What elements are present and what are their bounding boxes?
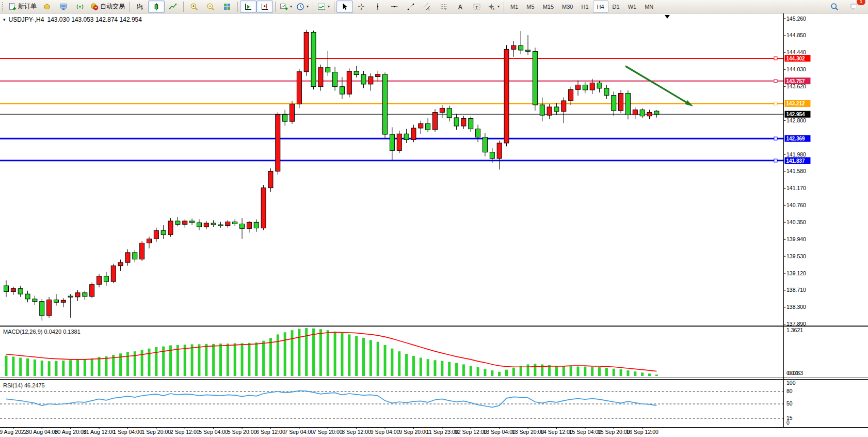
macd-axis-min-label: 0.00 [788,370,799,376]
tile-windows-button[interactable] [219,1,235,13]
zoom-out-button[interactable] [202,1,219,13]
macd-histogram-bar [441,361,443,376]
level-line-handle[interactable] [774,159,777,162]
timeframe-m15-button[interactable]: M15 [539,1,558,13]
price-chart-canvas[interactable]: 145.260144.850144.440144.030143.620142.8… [0,13,868,437]
chart-shift-marker-icon[interactable] [665,15,670,19]
vertical-line-button[interactable] [369,1,386,13]
candle-body [469,119,473,129]
autotrading-button[interactable]: 自动交易 [88,1,127,13]
macd-histogram-bar [262,341,265,376]
candle-body [161,230,166,235]
new-chart-button[interactable]: ▾ [278,1,294,13]
price-axis-tick-label: 141.580 [786,168,806,174]
level-line-handle[interactable] [774,80,777,83]
svg-text:F: F [445,7,447,11]
price-axis-tick-label: 144.850 [786,32,806,38]
channel-icon: E [423,3,431,11]
candlestick-chart-button[interactable] [148,1,165,13]
profiles-button[interactable]: ▾ [294,1,311,13]
time-axis-label: 11 Sep 23:00 [426,429,458,435]
candle-body [290,104,295,121]
macd-histogram-bar [377,342,379,376]
macd-axis-max-label: 1.3621 [786,327,803,333]
one-click-trading-toggle-icon[interactable]: ▾ [3,17,6,22]
cursor-button[interactable] [336,1,353,13]
chart-shift-button[interactable] [256,1,273,13]
macd-histogram-bar [219,344,222,376]
candle-body [390,134,394,150]
candle-body [540,105,544,115]
search-button[interactable] [826,1,843,13]
price-axis-tick-label: 139.120 [786,270,806,276]
macd-histogram-bar [427,359,429,376]
fibonacci-button[interactable]: F [436,1,452,13]
time-axis-label: 1 Sep 04:00 [113,429,142,435]
rsi-axis-label: 0 [786,419,790,426]
horizontal-line-button[interactable] [386,1,403,13]
trend-arrow-annotation[interactable] [625,66,686,102]
timeframe-d1-button[interactable]: D1 [608,1,624,13]
channel-button[interactable]: E [419,1,436,13]
trendline-button[interactable] [403,1,419,13]
macd-histogram-bar [319,329,322,376]
svg-text:E: E [428,7,431,10]
time-axis-label: 9 Sep 20:00 [399,429,428,435]
candle-body [519,45,523,50]
search-icon [830,3,839,11]
fibonacci-icon: F [440,3,448,11]
time-axis-label: 16 Sep 12:00 [626,429,658,435]
candle-body [347,71,351,94]
timeframe-m5-button[interactable]: M5 [522,1,538,13]
price-axis-tick-label: 144.440 [786,49,806,55]
notifications-button[interactable]: 1 [846,1,862,13]
candle-body [111,266,116,282]
chart-window[interactable]: 145.260144.850144.440144.030143.620142.8… [0,13,868,437]
price-axis-tick-label: 139.530 [786,253,806,259]
new-chart-icon [280,3,288,11]
timeframe-h1-button[interactable]: H1 [577,1,592,13]
candle-body [497,143,502,159]
new-order-button[interactable]: 新订单 [6,1,39,13]
bar-chart-button[interactable] [132,1,148,13]
chart-symbol-label: USDJPY-,H4 [9,16,44,23]
macd-histogram-bar [598,367,601,376]
candle-body [47,300,52,316]
timeframe-w1-button[interactable]: W1 [624,1,641,13]
zoom-in-button[interactable] [186,1,202,13]
macd-histogram-bar [284,332,286,376]
timeframe-mn-button[interactable]: MN [640,1,657,13]
zoom-in-icon [190,3,198,11]
macd-histogram-bar [534,364,536,376]
trendline-icon [407,3,415,11]
text-button[interactable]: A [452,1,469,13]
macd-histogram-bar [341,333,343,376]
shapes-button[interactable]: ▾ [485,1,502,13]
macd-histogram-bar [105,356,107,376]
candle-body [154,230,158,239]
toolbar-separator [237,2,238,12]
candle-body [175,221,180,224]
timeframe-m1-button[interactable]: M1 [506,1,522,13]
macd-histogram-bar [148,349,151,376]
timeframe-h4-button[interactable]: H4 [593,1,608,13]
signals-button[interactable] [72,1,88,13]
terminal-button[interactable] [55,1,72,13]
candle-body [118,262,123,266]
text-label-button[interactable]: T [469,1,485,13]
auto-scroll-button[interactable] [240,1,256,13]
macd-histogram-bar [434,360,437,376]
timeframe-m30-button[interactable]: M30 [558,1,577,13]
candle-body [447,108,452,117]
market-watch-button[interactable] [39,1,55,13]
macd-histogram-bar [205,344,207,376]
candle-body [483,137,487,152]
line-chart-button[interactable] [165,1,181,13]
candle-body [383,74,388,134]
crosshair-button[interactable] [353,1,369,13]
price-axis-tick-label: 139.940 [786,236,806,242]
level-line-handle[interactable] [774,57,777,60]
indicators-button[interactable]: ▾ [315,1,332,13]
level-line-handle[interactable] [774,137,777,140]
level-line-handle[interactable] [774,102,777,105]
